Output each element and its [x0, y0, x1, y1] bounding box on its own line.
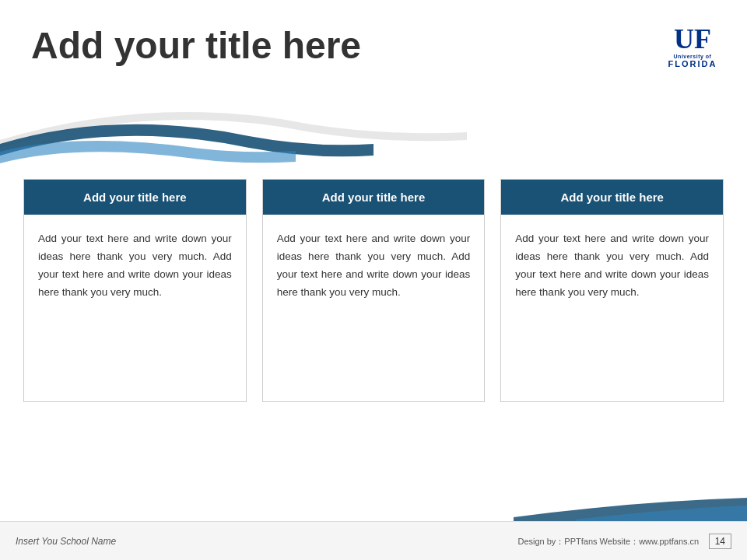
card-2-header: Add your title here — [263, 180, 485, 215]
logo-letters: UF — [674, 25, 711, 53]
card-3-header: Add your title here — [501, 180, 723, 215]
content-area: Add your title here Add your text here a… — [23, 179, 724, 402]
content-card-1: Add your title here Add your text here a… — [23, 179, 247, 402]
footer-school-name: Insert You School Name — [16, 536, 116, 547]
page-title: Add your title here — [31, 23, 361, 68]
card-2-body: Add your text here and write down your i… — [263, 215, 485, 401]
footer-right-section: Design by：PPTfans Website：www.pptfans.cn… — [517, 534, 731, 549]
card-1-header: Add your title here — [24, 180, 246, 215]
university-logo: UF University of FLORIDA — [661, 16, 724, 78]
footer-page-number: 14 — [709, 534, 731, 549]
card-1-body: Add your text here and write down your i… — [24, 215, 246, 401]
content-card-3: Add your title here Add your text here a… — [500, 179, 724, 402]
header-decoration — [0, 78, 747, 171]
logo-university-text: University of — [674, 54, 712, 59]
footer-decoration — [514, 498, 747, 521]
footer-credit: Design by：PPTfans Website：www.pptfans.cn — [517, 537, 699, 546]
header-area: Add your title here UF University of FLO… — [0, 0, 747, 163]
card-3-body: Add your text here and write down your i… — [501, 215, 723, 401]
footer: Insert You School Name Design by：PPTfans… — [0, 521, 747, 560]
slide: Add your title here UF University of FLO… — [0, 0, 747, 560]
logo-florida-text: FLORIDA — [668, 59, 717, 68]
content-card-2: Add your title here Add your text here a… — [262, 179, 486, 402]
